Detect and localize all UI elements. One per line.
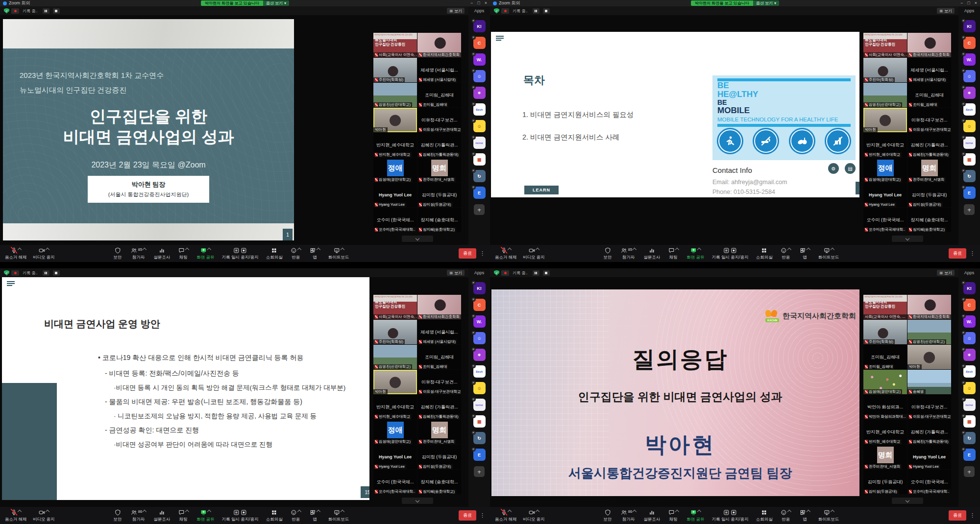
zoom-app-smiley-pencil-icon[interactable]: ×☺	[963, 120, 976, 132]
participant-tile[interactable]: 김영진(선린대학교)	[373, 83, 417, 107]
participant-tile[interactable]: 김미정 (두원공대)김미정(두원공대)	[863, 470, 907, 494]
toolbar-apps-button[interactable]: 앱	[309, 247, 321, 261]
zoom-app-twine-icon[interactable]: ×twine	[963, 399, 976, 411]
participant-tile[interactable]: 주진아(학회장)	[863, 320, 907, 344]
zoom-app-smiley-pencil-icon[interactable]: ×☺	[963, 382, 976, 394]
view-options-button[interactable]: 옵션 보기▾	[263, 0, 289, 6]
zoom-app-smiley-pencil-icon[interactable]: ×☺	[473, 382, 486, 394]
toolbar-apps-button[interactable]: 앱	[799, 509, 811, 523]
toolbar-reactions-button[interactable]: 반응	[780, 247, 792, 261]
toolbar-chat-button[interactable]: 채팅	[667, 509, 679, 523]
stop-recording-button[interactable]	[543, 270, 550, 276]
end-meeting-button[interactable]: 종료	[949, 510, 966, 521]
zoom-app-sesh-icon[interactable]: ×Sesh	[963, 103, 976, 116]
participant-tile[interactable]: 오수미 (한국국제...오수미(한국국제대학..	[373, 208, 417, 232]
remove-app-badge[interactable]: ×	[471, 185, 476, 190]
participant-tile[interactable]: 반지현_예수대학교반지현_예수대학교	[373, 133, 417, 157]
participant-tile[interactable]: 송혜영	[907, 370, 951, 394]
remove-app-badge[interactable]: ×	[471, 331, 476, 335]
toolbar-whiteboard-button[interactable]: 화이트보드	[328, 247, 349, 261]
add-app-button[interactable]: +	[474, 466, 485, 477]
more-options-icon[interactable]: ⋮	[970, 250, 975, 257]
participant-tile[interactable]: 장지혜 (송호대학...장지혜(송호대학교)	[417, 208, 461, 232]
remove-app-badge[interactable]: ×	[471, 447, 476, 452]
participant-tile[interactable]: 명희전주비전대_서명희	[907, 158, 951, 182]
toolbar-recording-controls-button[interactable]: 기록 일시 중지/중지	[222, 247, 259, 261]
participant-tile[interactable]: 한국지역사회간호학회	[417, 295, 461, 319]
stop-recording-button[interactable]	[543, 8, 550, 14]
participant-tile[interactable]: 2023년 한국지역사회간호학회 1차 교수연수뉴노멀시대의인구집단 건강증진사…	[373, 295, 417, 319]
pause-recording-button[interactable]	[533, 270, 539, 276]
zoom-app-coda-icon[interactable]: ×C	[473, 299, 486, 311]
participant-tile[interactable]: Hyang Yuol LeeHyang Yuol Lee	[863, 183, 907, 207]
toolbar-apps-button[interactable]: 앱	[799, 247, 811, 261]
zoom-app-twine-icon[interactable]: ×twine	[473, 399, 486, 411]
remove-app-badge[interactable]: ×	[961, 35, 966, 40]
participant-tile[interactable]: 정애김정애(경민대학교)	[373, 420, 417, 444]
remove-app-badge[interactable]: ×	[471, 364, 476, 368]
remove-app-badge[interactable]: ×	[471, 152, 476, 156]
end-meeting-button[interactable]: 종료	[459, 248, 476, 259]
participant-tile[interactable]: 장지혜 (송호대학...장지혜(송호대학교)	[907, 208, 951, 232]
participant-tile[interactable]: 한국지역사회간호학회	[907, 295, 951, 319]
zoom-app-color-grid-icon[interactable]: ×▦	[963, 415, 976, 428]
view-button[interactable]: ⊞보기	[937, 270, 955, 276]
toolbar-chat-button[interactable]: 채팅	[667, 247, 679, 261]
remove-app-badge[interactable]: ×	[471, 430, 476, 435]
participant-tile[interactable]: Hyang Yuol LeeHyang Yuol Lee	[907, 445, 951, 469]
view-button[interactable]: ⊞보기	[447, 8, 465, 14]
zoom-app-confetti-icon[interactable]: ×✶	[473, 87, 486, 99]
toolbar-recording-controls-button[interactable]: 기록 일시 중지/중지	[712, 509, 749, 523]
participants-scroll-down-button[interactable]	[892, 498, 923, 504]
remove-app-badge[interactable]: ×	[471, 281, 476, 285]
toolbar-security-button[interactable]: 보안	[602, 509, 613, 523]
toolbar-share-screen-button[interactable]: 화면 공유	[196, 247, 214, 261]
remove-app-badge[interactable]: ×	[471, 135, 476, 140]
participant-tile[interactable]: 김영진(선린대학교)	[373, 345, 417, 369]
toolbar-reactions-button[interactable]: 반응	[290, 509, 302, 523]
maximize-button[interactable]: □	[967, 0, 970, 6]
participant-tile[interactable]: 박아현	[373, 370, 417, 394]
stop-recording-button[interactable]	[53, 8, 60, 14]
remove-app-badge[interactable]: ×	[961, 185, 966, 190]
participant-tile[interactable]: 김혜진 (가톨릭관...김혜진(가톨릭관동대)	[907, 420, 951, 444]
zoom-app-smiley-pencil-icon[interactable]: ×☺	[473, 120, 486, 132]
participant-tile[interactable]: 2023년 한국지역사회간호학회 1차 교수연수뉴노멀시대의인구집단 건강증진사…	[863, 33, 907, 57]
zoom-app-gatheround-icon[interactable]: ×☺	[473, 70, 486, 82]
zoom-app-sync-icon[interactable]: ×↻	[963, 170, 976, 182]
toolbar-reactions-button[interactable]: 반응	[290, 247, 302, 261]
participant-tile[interactable]: 김혜진 (가톨릭관...김혜진(가톨릭관동대)	[417, 133, 461, 157]
remove-app-badge[interactable]: ×	[471, 52, 476, 56]
remove-app-badge[interactable]: ×	[471, 414, 476, 418]
toolbar-whiteboard-button[interactable]: 화이트보드	[818, 509, 839, 523]
pause-recording-button[interactable]	[43, 270, 49, 276]
window-controls[interactable]: − □ ×	[960, 0, 977, 6]
zoom-app-e-app-icon[interactable]: ×E	[963, 449, 976, 461]
maximize-button[interactable]: □	[477, 0, 480, 6]
add-app-button[interactable]: +	[474, 204, 485, 215]
toolbar-recording-controls-button[interactable]: 기록 일시 중지/중지	[222, 509, 259, 523]
remove-app-badge[interactable]: ×	[471, 35, 476, 40]
participant-tile[interactable]: 장지혜 (송호대학...장지혜(송호대학교)	[417, 470, 461, 494]
participant-tile[interactable]: 제세영 (서울시립...제세영 (서울시립대)	[417, 58, 461, 82]
remove-app-badge[interactable]: ×	[961, 281, 966, 285]
participant-tile[interactable]: 명희전주비전대_서명희	[417, 420, 461, 444]
participant-tile[interactable]: 김혜진 (가톨릭관...김혜진(가톨릭관동대)	[417, 395, 461, 419]
participant-tile[interactable]: 명희전주비전대_서명희	[863, 445, 907, 469]
toolbar-security-button[interactable]: 보안	[112, 509, 123, 523]
remove-app-badge[interactable]: ×	[961, 414, 966, 418]
participant-tile[interactable]: 반지현_예수대학교반지현_예수대학교	[863, 420, 907, 444]
zoom-app-e-app-icon[interactable]: ×E	[963, 187, 976, 199]
participant-tile[interactable]: 정애김정애(경민대학교)	[863, 158, 907, 182]
participant-tile[interactable]: 조미림_김해대조미림_김해대	[863, 345, 907, 369]
participant-tile[interactable]: 이유정-대구보건...이유정-대구보건대학교	[417, 108, 461, 132]
toolbar-stop-video-button[interactable]: 비디오 중지	[33, 509, 55, 523]
toolbar-participants-button[interactable]: 85참가자	[621, 247, 636, 261]
remove-app-badge[interactable]: ×	[961, 430, 966, 435]
participant-tile[interactable]: 오수미 (한국국제...오수미(한국국제대학..	[373, 470, 417, 494]
participant-tile[interactable]: 정애김정애(경민대학교)	[373, 158, 417, 182]
toolbar-chat-button[interactable]: 채팅	[177, 509, 189, 523]
zoom-app-kahoot-icon[interactable]: ×K!	[473, 282, 486, 294]
participant-tile[interactable]: 김영진(선린대학교)	[907, 320, 951, 344]
participants-scroll-down-button[interactable]	[892, 236, 923, 242]
